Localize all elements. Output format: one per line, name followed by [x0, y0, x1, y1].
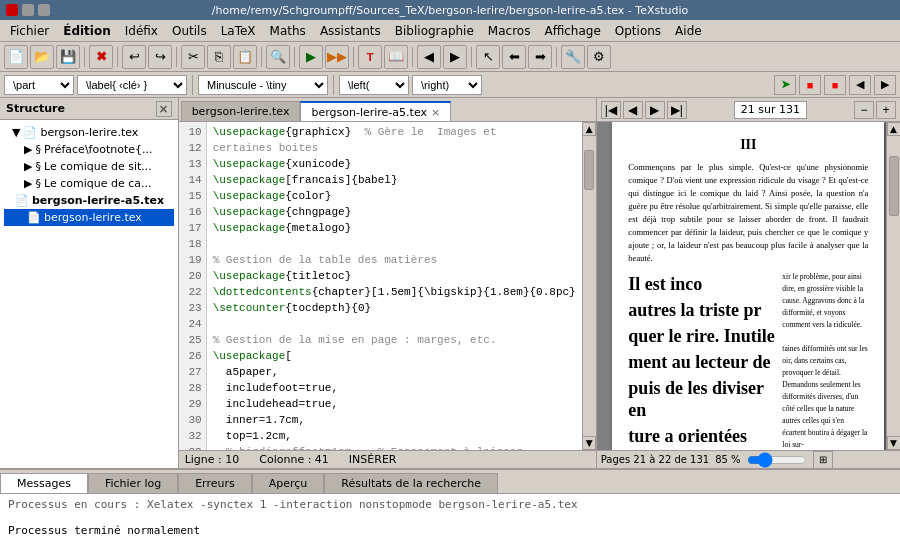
menu-maths[interactable]: Maths — [264, 22, 312, 40]
pdf-zoom-out-btn[interactable]: − — [854, 101, 874, 119]
tree-item-label: bergson-lerire.tex — [44, 211, 142, 224]
tab-label: bergson-lerire.tex — [192, 105, 290, 118]
cut-button[interactable]: ✂ — [181, 45, 205, 69]
save-button[interactable]: 💾 — [56, 45, 80, 69]
bottom-tab-apercu[interactable]: Aperçu — [252, 473, 325, 493]
tab-close-icon[interactable]: × — [431, 106, 440, 119]
tree-arrow-icon: ▶ — [24, 160, 32, 173]
menu-bar: Fichier Édition Idéfix Outils LaTeX Math… — [0, 20, 900, 42]
menu-edition[interactable]: Édition — [57, 22, 117, 40]
scroll-up-arrow[interactable]: ▲ — [582, 122, 596, 136]
menu-macros[interactable]: Macros — [482, 22, 537, 40]
tree-item-bergson-sub[interactable]: 📄 bergson-lerire.tex — [4, 209, 174, 226]
nav-left-btn[interactable]: ◀ — [849, 75, 871, 95]
bottom-line3: Processus terminé normalement — [8, 524, 892, 537]
extra-btn1[interactable]: 🔧 — [561, 45, 585, 69]
menu-idefix[interactable]: Idéfix — [119, 22, 164, 40]
pdf-page-info: 21 sur 131 — [734, 101, 807, 119]
build-run-button[interactable]: ▶▶ — [325, 45, 349, 69]
tab-bergson-a5[interactable]: bergson-lerire-a5.tex × — [300, 101, 451, 121]
compile-button[interactable]: T — [358, 45, 382, 69]
stop-button[interactable]: ✖ — [89, 45, 113, 69]
editor-statusbar: Ligne : 10 Colonne : 41 INSÉRER — [179, 450, 596, 468]
editor-tabs: bergson-lerire.tex bergson-lerire-a5.tex… — [179, 98, 596, 122]
pdf-scrollbar-thumb[interactable] — [889, 156, 899, 216]
pdf-zoom-in-btn[interactable]: + — [876, 101, 896, 119]
cursor-button[interactable]: ↖ — [476, 45, 500, 69]
pdf-last-btn[interactable]: ▶| — [667, 101, 687, 119]
nav-fwd-button[interactable]: ➡ — [528, 45, 552, 69]
pdf-scroll-down[interactable]: ▼ — [887, 436, 901, 450]
next-error-button[interactable]: ▶ — [443, 45, 467, 69]
pdf-toolbar: |◀ ◀ ▶ ▶| 21 sur 131 − + — [597, 98, 900, 122]
nav-back-button[interactable]: ⬅ — [502, 45, 526, 69]
menu-latex[interactable]: LaTeX — [215, 22, 262, 40]
code-editor[interactable]: \usepackage{graphicx} % Gère le Images e… — [207, 122, 582, 450]
menu-affichage[interactable]: Affichage — [538, 22, 606, 40]
tree-arrow-icon: ▼ — [12, 126, 20, 139]
pdf-next-btn[interactable]: ▶ — [645, 101, 665, 119]
pdf-zoom-fit-btn[interactable]: ⊞ — [813, 451, 833, 469]
build-button[interactable]: ▶ — [299, 45, 323, 69]
editor-content: 10 12 13 14 15 16 17 18 19 20 22 23 24 2… — [179, 122, 596, 450]
undo-button[interactable]: ↩ — [122, 45, 146, 69]
pdf-prev-btn[interactable]: ◀ — [623, 101, 643, 119]
bottom-tab-filelog[interactable]: Fichier log — [88, 473, 178, 493]
left-delim-select[interactable]: \left( — [339, 75, 409, 95]
copy-button[interactable]: ⎘ — [207, 45, 231, 69]
menu-outils[interactable]: Outils — [166, 22, 213, 40]
find-button[interactable]: 🔍 — [266, 45, 290, 69]
extra-btn2[interactable]: ⚙ — [587, 45, 611, 69]
scroll-down-arrow[interactable]: ▼ — [582, 436, 596, 450]
structure-header: Structure × — [0, 98, 178, 120]
redo-button[interactable]: ↪ — [148, 45, 172, 69]
tree-item-comique-sit[interactable]: ▶ § Le comique de sit... — [4, 158, 174, 175]
tree-item-comique-ca[interactable]: ▶ § Le comique de ca... — [4, 175, 174, 192]
menu-assistants[interactable]: Assistants — [314, 22, 387, 40]
fontsize-select[interactable]: Minuscule - \tiny — [198, 75, 328, 95]
menu-bibliographie[interactable]: Bibliographie — [389, 22, 480, 40]
pdf-side-text: xir le problème, pour ainsi dire, en gro… — [778, 271, 868, 450]
tree-arrow-icon: ▶ — [24, 177, 32, 190]
menu-fichier[interactable]: Fichier — [4, 22, 55, 40]
red-btn2[interactable]: ■ — [824, 75, 846, 95]
close-button[interactable] — [6, 4, 18, 16]
line-numbers: 10 12 13 14 15 16 17 18 19 20 22 23 24 2… — [179, 122, 207, 450]
structure-close-button[interactable]: × — [156, 101, 172, 117]
open-button[interactable]: 📂 — [30, 45, 54, 69]
pdf-panel: |◀ ◀ ▶ ▶| 21 sur 131 − + III Commençons … — [596, 98, 900, 468]
green-arrow-btn[interactable]: ➤ — [774, 75, 796, 95]
line-info: Ligne : 10 — [185, 453, 240, 466]
editor-scrollbar[interactable]: ▲ ▼ — [582, 122, 596, 450]
bottom-tab-search[interactable]: Résultats de la recherche — [324, 473, 498, 493]
right-delim-select[interactable]: \right) — [412, 75, 482, 95]
tab-bergson-main[interactable]: bergson-lerire.tex — [181, 101, 301, 121]
pdf-scrollbar[interactable]: ▲ ▼ — [886, 122, 900, 450]
tree-item-a5[interactable]: 📄 bergson-lerire-a5.tex — [4, 192, 174, 209]
label-select[interactable]: \label{ ‹clé› } — [77, 75, 187, 95]
prev-error-button[interactable]: ◀ — [417, 45, 441, 69]
red-btn1[interactable]: ■ — [799, 75, 821, 95]
bottom-tab-errors[interactable]: Erreurs — [178, 473, 252, 493]
pdf-zoom-slider[interactable] — [747, 454, 807, 466]
menu-aide[interactable]: Aide — [669, 22, 708, 40]
tree-item-preface[interactable]: ▶ § Préface\footnote{... — [4, 141, 174, 158]
nav-right-btn[interactable]: ▶ — [874, 75, 896, 95]
pdf-first-btn[interactable]: |◀ — [601, 101, 621, 119]
bottom-tab-messages[interactable]: Messages — [0, 473, 88, 493]
toolbar2: \part \label{ ‹clé› } Minuscule - \tiny … — [0, 72, 900, 98]
part-select[interactable]: \part — [4, 75, 74, 95]
scrollbar-thumb[interactable] — [584, 150, 594, 190]
col-info: Colonne : 41 — [259, 453, 329, 466]
paste-button[interactable]: 📋 — [233, 45, 257, 69]
pdf-scroll-up[interactable]: ▲ — [887, 122, 901, 136]
menu-options[interactable]: Options — [609, 22, 667, 40]
maximize-button[interactable] — [38, 4, 50, 16]
view-pdf-button[interactable]: 📖 — [384, 45, 408, 69]
toolbar1: 📄 📂 💾 ✖ ↩ ↪ ✂ ⎘ 📋 🔍 ▶ ▶▶ T 📖 ◀ ▶ ↖ ⬅ ➡ 🔧… — [0, 42, 900, 72]
tree-item-bergson-main[interactable]: ▼ 📄 bergson-lerire.tex — [4, 124, 174, 141]
new-button[interactable]: 📄 — [4, 45, 28, 69]
pdf-para1: Commençons par le plus simple. Qu'est-ce… — [628, 161, 868, 265]
pdf-page: III Commençons par le plus simple. Qu'es… — [612, 122, 884, 450]
minimize-button[interactable] — [22, 4, 34, 16]
